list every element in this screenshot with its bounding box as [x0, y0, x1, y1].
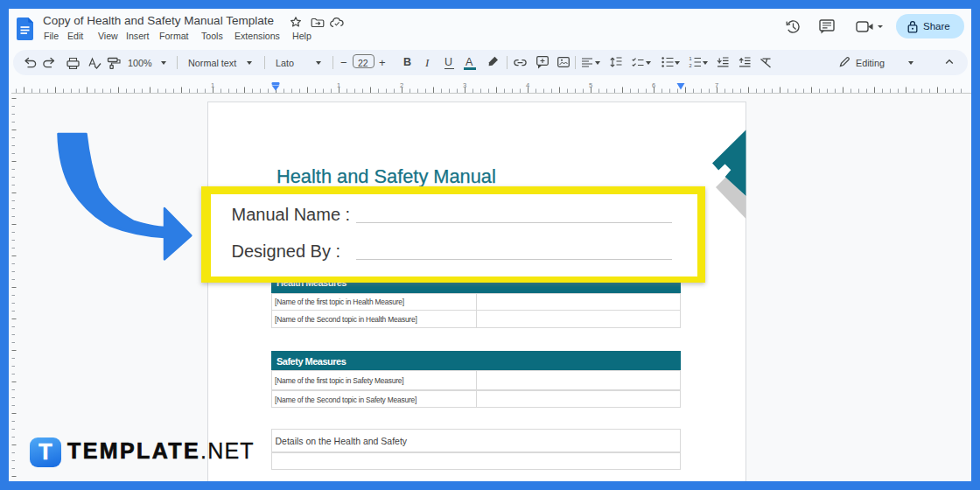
svg-text:7: 7 — [715, 81, 718, 89]
svg-text:4: 4 — [526, 81, 529, 89]
svg-text:3: 3 — [463, 81, 466, 89]
svg-text:1: 1 — [211, 81, 214, 89]
svg-text:1: 1 — [337, 81, 340, 89]
svg-text:5: 5 — [589, 81, 592, 89]
svg-text:2: 2 — [400, 81, 403, 89]
svg-text:6: 6 — [652, 81, 655, 89]
